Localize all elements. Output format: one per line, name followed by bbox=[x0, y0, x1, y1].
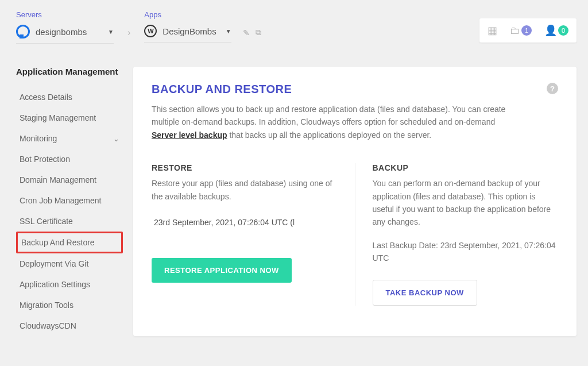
restore-title: RESTORE bbox=[152, 163, 338, 172]
digitalocean-icon bbox=[16, 25, 30, 38]
sidebar-item-monitoring[interactable]: Monitoring⌄ bbox=[16, 128, 123, 149]
sidebar-item-label: Application Settings bbox=[20, 280, 90, 289]
last-backup-date: Last Backup Date: 23rd September, 2021, … bbox=[373, 239, 559, 265]
restore-desc: Restore your app (files and database) us… bbox=[152, 177, 338, 203]
sidebar-item-label: Cron Job Management bbox=[20, 196, 101, 205]
sidebar-item-migration-tools[interactable]: Migration Tools bbox=[16, 295, 123, 315]
page-description: This section allows you to back up and r… bbox=[152, 103, 508, 141]
sidebar-item-domain-management[interactable]: Domain Management bbox=[16, 169, 123, 190]
sidebar-item-backup-and-restore[interactable]: Backup And Restore bbox=[16, 232, 123, 253]
sidebar-title: Application Management bbox=[16, 67, 123, 76]
apps-label: Apps bbox=[144, 10, 231, 19]
sidebar-item-label: Backup And Restore bbox=[21, 238, 95, 247]
server-name: designbombs bbox=[36, 27, 99, 37]
edit-icon[interactable]: ✎ bbox=[243, 28, 250, 37]
sidebar-item-ssl-certificate[interactable]: SSL Certificate bbox=[16, 211, 123, 232]
help-icon[interactable]: ? bbox=[547, 83, 558, 94]
backup-panel: BACKUP You can perform an on-demand back… bbox=[355, 163, 559, 305]
breadcrumb-arrow-icon: › bbox=[127, 28, 130, 38]
sidebar-item-label: Domain Management bbox=[20, 175, 96, 184]
sidebar-item-label: Monitoring bbox=[20, 134, 57, 143]
content-panel: BACKUP AND RESTORE ? This section allows… bbox=[133, 67, 577, 336]
sidebar-item-deployment-via-git[interactable]: Deployment Via Git bbox=[16, 253, 123, 274]
sidebar-item-label: Staging Management bbox=[20, 113, 96, 122]
sidebar-item-label: CloudwaysCDN bbox=[20, 321, 76, 330]
servers-breadcrumb[interactable]: Servers designbombs ▼ bbox=[16, 10, 114, 44]
chevron-down-icon[interactable]: ▼ bbox=[108, 29, 114, 35]
external-link-icon[interactable]: ⧉ bbox=[256, 28, 261, 37]
sidebar-item-label: Migration Tools bbox=[20, 300, 74, 310]
take-backup-button[interactable]: TAKE BACKUP NOW bbox=[373, 280, 477, 306]
sidebar-item-cloudwayscdn[interactable]: CloudwaysCDN bbox=[16, 315, 123, 336]
servers-label: Servers bbox=[16, 10, 114, 19]
backup-desc: You can perform an on-demand backup of y… bbox=[373, 177, 559, 229]
server-icon[interactable]: ▦ bbox=[488, 24, 497, 37]
apps-breadcrumb[interactable]: Apps W DesignBombs ▼ bbox=[144, 10, 231, 43]
sidebar-item-label: Deployment Via Git bbox=[20, 259, 88, 268]
sidebar-item-cron-job-management[interactable]: Cron Job Management bbox=[16, 190, 123, 211]
wordpress-icon: W bbox=[144, 25, 157, 37]
projects-icon[interactable]: 🗀 1 bbox=[510, 25, 532, 37]
sidebar-item-staging-management[interactable]: Staging Management bbox=[16, 107, 123, 128]
sidebar-item-bot-protection[interactable]: Bot Protection bbox=[16, 149, 123, 169]
sidebar: Application Management Access DetailsSta… bbox=[16, 67, 123, 336]
sidebar-item-access-details[interactable]: Access Details bbox=[16, 87, 123, 107]
chevron-down-icon[interactable]: ▼ bbox=[226, 28, 231, 34]
app-name: DesignBombs bbox=[163, 26, 216, 36]
sidebar-item-label: SSL Certificate bbox=[20, 217, 73, 226]
chevron-down-icon: ⌄ bbox=[113, 134, 119, 143]
page-title: BACKUP AND RESTORE bbox=[152, 83, 292, 96]
server-backup-link[interactable]: Server level backup bbox=[152, 130, 227, 140]
backup-select[interactable]: 23rd September, 2021, 07:26:04 UTC (l bbox=[152, 213, 338, 232]
restore-panel: RESTORE Restore your app (files and data… bbox=[152, 163, 355, 305]
projects-badge: 1 bbox=[521, 25, 532, 36]
restore-button[interactable]: RESTORE APPLICATION NOW bbox=[152, 258, 292, 283]
team-badge: 0 bbox=[558, 25, 568, 36]
backup-title: BACKUP bbox=[373, 163, 559, 172]
sidebar-item-label: Access Details bbox=[20, 93, 72, 102]
team-icon[interactable]: 👤 0 bbox=[544, 24, 568, 37]
sidebar-item-label: Bot Protection bbox=[20, 155, 70, 164]
sidebar-item-application-settings[interactable]: Application Settings bbox=[16, 274, 123, 295]
